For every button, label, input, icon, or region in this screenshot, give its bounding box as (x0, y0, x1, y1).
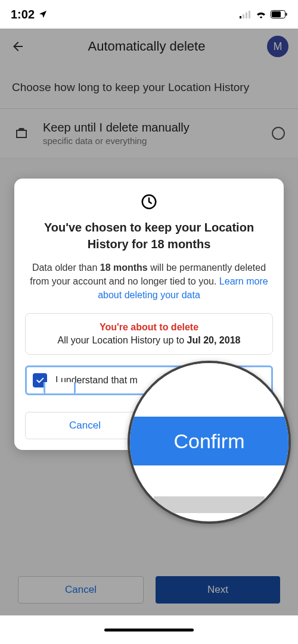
svg-rect-1 (243, 14, 244, 18)
wifi-icon (255, 10, 267, 18)
status-bar: 1:02 (0, 0, 298, 29)
clock-time: 1:02 (11, 8, 35, 21)
svg-rect-5 (272, 11, 281, 17)
warning-heading: You're about to delete (32, 322, 266, 333)
location-arrow-icon (38, 10, 48, 19)
home-indicator[interactable] (104, 629, 194, 632)
svg-rect-0 (240, 16, 241, 18)
battery-icon (271, 10, 287, 18)
svg-rect-6 (286, 13, 287, 16)
clock-icon (140, 193, 158, 211)
cell-signal-icon (240, 10, 252, 18)
dialog-body: Data older than 18 months will be perman… (25, 261, 273, 302)
magnifier-lens: Confirm (128, 361, 291, 524)
dialog-cancel-button[interactable]: Cancel (25, 412, 145, 439)
magnified-confirm-button[interactable]: Confirm (130, 417, 288, 465)
home-indicator-area (0, 615, 298, 644)
svg-rect-2 (246, 12, 247, 18)
warning-box: You're about to delete All your Location… (25, 313, 273, 355)
svg-rect-3 (249, 11, 250, 18)
dialog-title: You've chosen to keep your Location Hist… (25, 219, 273, 252)
